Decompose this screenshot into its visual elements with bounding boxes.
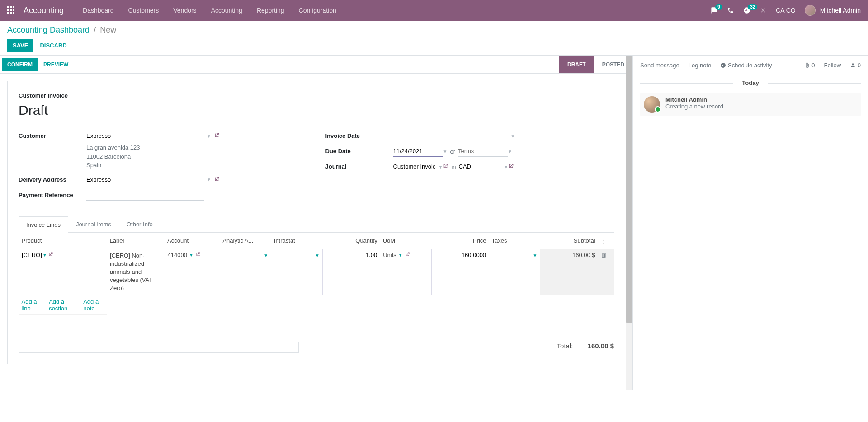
col-taxes: Taxes <box>489 233 540 249</box>
cell-uom[interactable]: Units <box>383 252 396 258</box>
add-line-link[interactable]: Add a line <box>22 298 41 312</box>
nav-dashboard[interactable]: Dashboard <box>76 0 120 20</box>
message: Mitchell Admin Creating a new record... <box>640 93 861 116</box>
customer-input[interactable] <box>86 131 204 141</box>
external-link-icon[interactable] <box>443 163 448 170</box>
terms-notes[interactable] <box>19 342 299 353</box>
external-link-icon[interactable] <box>48 252 53 258</box>
nav-customers[interactable]: Customers <box>122 0 165 20</box>
external-link-icon[interactable] <box>508 163 514 170</box>
delivery-input[interactable] <box>86 174 204 185</box>
message-avatar <box>644 96 660 113</box>
terms-input[interactable] <box>458 146 508 157</box>
tab-journal-items[interactable]: Journal Items <box>68 216 119 232</box>
col-quantity: Quantity <box>322 233 380 249</box>
company-selector[interactable]: CA CO <box>776 7 796 14</box>
save-button[interactable]: SAVE <box>7 39 33 52</box>
cell-quantity[interactable] <box>326 252 377 258</box>
customer-label: Customer <box>19 131 86 139</box>
caret-icon[interactable]: ▼ <box>504 164 509 169</box>
user-menu[interactable]: Mitchell Admin <box>805 5 861 16</box>
discard-button[interactable]: DISCARD <box>40 42 66 49</box>
customer-address: La gran avenida 123 11002 Barcelona Spai… <box>86 143 307 170</box>
today-separator: Today <box>640 80 861 86</box>
due-date-input[interactable] <box>393 146 443 157</box>
chatter: Send message Log note Schedule activity … <box>633 56 868 390</box>
close-icon[interactable] <box>760 7 767 14</box>
caret-icon[interactable]: ▼ <box>207 134 211 139</box>
nav-reporting[interactable]: Reporting <box>250 0 291 20</box>
caret-icon[interactable]: ▼ <box>443 149 448 154</box>
payment-ref-label: Payment Reference <box>19 190 86 198</box>
follow-button[interactable]: Follow <box>824 62 841 69</box>
caret-icon[interactable]: ▼ <box>264 253 268 258</box>
external-link-icon[interactable] <box>195 252 201 258</box>
caret-icon[interactable]: ▼ <box>533 253 538 258</box>
external-link-icon[interactable] <box>405 252 410 258</box>
external-link-icon[interactable] <box>214 132 220 140</box>
add-section-link[interactable]: Add a section <box>49 298 75 312</box>
doc-type: Customer Invoice <box>19 92 614 99</box>
cell-price[interactable] <box>434 252 486 258</box>
schedule-activity-button[interactable]: Schedule activity <box>720 62 772 69</box>
due-date-label: Due Date <box>326 146 393 155</box>
journal-input[interactable] <box>393 161 439 172</box>
cell-label[interactable]: [CERO] Non-industrialized animals and ve… <box>110 252 162 293</box>
kebab-icon[interactable]: ⋮ <box>601 237 607 244</box>
caret-icon[interactable]: ▼ <box>207 177 211 182</box>
col-uom: UoM <box>380 233 431 249</box>
caret-icon[interactable]: ▼ <box>42 253 47 258</box>
send-message-button[interactable]: Send message <box>640 62 679 69</box>
form-area: CONFIRM PREVIEW DRAFT POSTED Customer In… <box>0 56 633 390</box>
tab-other-info[interactable]: Other Info <box>119 216 160 232</box>
total-label: Total: <box>557 342 573 350</box>
message-author: Mitchell Admin <box>665 96 728 103</box>
cell-account[interactable]: 414000 <box>168 252 187 258</box>
followers-button[interactable]: 0 <box>850 62 861 69</box>
preview-button[interactable]: PREVIEW <box>38 58 74 71</box>
message-text: Creating a new record... <box>665 103 728 110</box>
caret-icon[interactable]: ▼ <box>508 149 512 154</box>
brand-title: Accounting <box>24 6 64 15</box>
user-avatar <box>805 5 816 16</box>
col-account: Account <box>165 233 220 249</box>
stage-draft[interactable]: DRAFT <box>559 56 594 73</box>
tab-invoice-lines[interactable]: Invoice Lines <box>19 216 68 233</box>
table-row[interactable]: ▼ [CERO] Non-industrialized animals and … <box>19 249 614 295</box>
activities-icon[interactable]: 32 <box>743 7 750 14</box>
messages-icon[interactable]: 9 <box>711 7 718 14</box>
apps-icon[interactable] <box>7 6 15 14</box>
breadcrumb-root[interactable]: Accounting Dashboard <box>7 25 90 34</box>
caret-icon[interactable]: ▼ <box>398 253 403 258</box>
journal-label: Journal <box>326 161 393 170</box>
delivery-label: Delivery Address <box>19 174 86 183</box>
caret-icon[interactable]: ▼ <box>189 253 193 258</box>
external-link-icon[interactable] <box>214 176 220 183</box>
col-intrastat: Intrastat <box>271 233 322 249</box>
total-value: 160.00 $ <box>588 342 614 350</box>
tabs: Invoice Lines Journal Items Other Info <box>19 216 614 233</box>
caret-icon[interactable]: ▼ <box>439 164 443 169</box>
attachments-button[interactable]: 0 <box>804 62 815 69</box>
nav-vendors[interactable]: Vendors <box>167 0 203 20</box>
col-price: Price <box>431 233 489 249</box>
caret-icon[interactable]: ▼ <box>315 253 320 258</box>
log-note-button[interactable]: Log note <box>689 62 712 69</box>
form-sheet: Customer Invoice Draft Customer ▼ <box>7 81 625 364</box>
trash-icon[interactable]: 🗑 <box>601 252 607 258</box>
confirm-button[interactable]: CONFIRM <box>2 58 38 71</box>
caret-icon[interactable]: ▼ <box>511 134 515 139</box>
currency-input[interactable] <box>459 161 504 172</box>
nav-accounting[interactable]: Accounting <box>205 0 249 20</box>
payment-ref-input[interactable] <box>86 190 204 201</box>
main: CONFIRM PREVIEW DRAFT POSTED Customer In… <box>0 55 868 390</box>
cell-subtotal: 160.00 $ <box>572 252 595 258</box>
scrollbar[interactable] <box>626 56 632 390</box>
main-nav: Dashboard Customers Vendors Accounting R… <box>76 0 343 20</box>
nav-configuration[interactable]: Configuration <box>292 0 343 20</box>
systray: 9 32 CA CO Mitchell Admin <box>711 5 861 16</box>
phone-icon[interactable] <box>727 7 734 14</box>
add-note-link[interactable]: Add a note <box>83 298 104 312</box>
invoice-date-input[interactable] <box>393 131 511 141</box>
cell-product[interactable] <box>22 252 42 258</box>
